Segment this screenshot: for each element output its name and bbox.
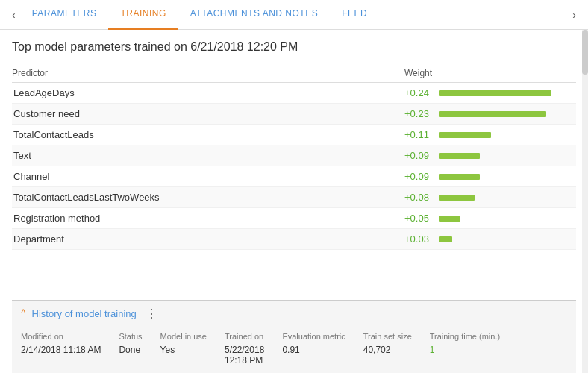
tab-training[interactable]: TRAINING (108, 0, 178, 30)
weight-cell: +0.08 (404, 192, 576, 203)
table-row: Text +0.09 (12, 145, 576, 166)
history-toggle-icon[interactable]: ^ (21, 307, 26, 319)
main-content: Top model parameters trained on 6/21/201… (0, 30, 588, 373)
col-header-weight: Weight (404, 68, 576, 78)
weight-bar-bg (439, 90, 576, 96)
history-col-value: 0.91 (282, 345, 345, 355)
weight-value: +0.09 (404, 171, 433, 182)
table-row: Registration method +0.05 (12, 208, 576, 229)
history-col-value: 2/14/2018 11:18 AM (21, 345, 101, 355)
table-row: Customer need +0.23 (12, 104, 576, 125)
col-header-predictor: Predictor (12, 68, 404, 78)
model-table: Predictor Weight LeadAgeDays +0.24 Custo… (12, 64, 576, 300)
history-column: Trained on 5/22/201812:18 PM (225, 331, 264, 366)
history-col-header: Modified on (21, 331, 101, 342)
history-col-header: Evaluation metric (282, 331, 345, 342)
history-col-header: Status (119, 331, 142, 342)
weight-bar (439, 174, 480, 180)
weight-value: +0.09 (404, 150, 433, 161)
history-column: Modified on 2/14/2018 11:18 AM (21, 331, 101, 366)
history-column: Status Done (119, 331, 142, 366)
predictor-cell: Channel (12, 171, 404, 182)
weight-bar (439, 132, 491, 138)
predictor-cell: TotalContactLeads (12, 129, 404, 140)
page-title: Top model parameters trained on 6/21/201… (12, 40, 576, 54)
table-row: Channel +0.09 (12, 166, 576, 187)
weight-bar-bg (439, 153, 576, 159)
history-menu-icon[interactable]: ⋮ (146, 307, 157, 321)
predictor-cell: Registration method (12, 213, 404, 224)
weight-bar (439, 216, 460, 222)
weight-bar (439, 195, 475, 201)
weight-bar (439, 111, 546, 117)
tab-parameters[interactable]: PARAMETERS (20, 0, 109, 30)
weight-value: +0.05 (404, 213, 433, 224)
history-col-header: Train set size (363, 331, 412, 342)
weight-value: +0.24 (404, 87, 433, 98)
weight-cell: +0.03 (404, 233, 576, 245)
weight-value: +0.03 (404, 233, 433, 245)
history-section: ^ History of model training ⋮ Modified o… (12, 300, 576, 373)
weight-bar-bg (439, 132, 576, 138)
weight-bar (439, 153, 480, 159)
history-column: Evaluation metric 0.91 (282, 331, 345, 366)
table-header: Predictor Weight (12, 64, 576, 83)
history-column: Train set size 40,702 (363, 331, 412, 366)
history-col-value: Done (119, 345, 142, 355)
weight-cell: +0.09 (404, 150, 576, 161)
history-col-value: 1 (430, 345, 500, 355)
scrollbar-track[interactable] (582, 30, 588, 373)
tab-attachments[interactable]: ATTACHMENTS AND NOTES (178, 0, 330, 30)
table-row: LeadAgeDays +0.24 (12, 83, 576, 104)
weight-cell: +0.24 (404, 87, 576, 98)
predictor-cell: TotalContactLeadsLastTwoWeeks (12, 192, 404, 203)
tab-feed[interactable]: FEED (330, 0, 379, 30)
history-header[interactable]: ^ History of model training ⋮ (12, 301, 576, 327)
weight-value: +0.08 (404, 192, 433, 203)
history-table: Modified on 2/14/2018 11:18 AM Status Do… (12, 327, 576, 373)
weight-value: +0.11 (404, 129, 433, 140)
history-col-value: 40,702 (363, 345, 412, 355)
weight-bar-bg (439, 216, 576, 222)
history-col-header: Training time (min.) (430, 331, 500, 342)
weight-bar-bg (439, 111, 576, 117)
history-col-header: Model in use (160, 331, 207, 342)
weight-bar (439, 90, 551, 96)
tab-bar: ‹ PARAMETERS TRAINING ATTACHMENTS AND NO… (0, 0, 588, 30)
weight-bar (439, 236, 452, 242)
predictor-cell: LeadAgeDays (12, 87, 404, 98)
weight-bar-bg (439, 236, 576, 242)
history-col-value: Yes (160, 345, 207, 355)
history-column: Training time (min.) 1 (430, 331, 500, 366)
weight-cell: +0.05 (404, 213, 576, 224)
history-column: Model in use Yes (160, 331, 207, 366)
weight-bar-bg (439, 195, 576, 201)
weight-cell: +0.23 (404, 108, 576, 119)
weight-cell: +0.09 (404, 171, 576, 182)
predictor-cell: Customer need (12, 108, 404, 119)
weight-cell: +0.11 (404, 129, 576, 140)
weight-value: +0.23 (404, 108, 433, 119)
predictor-cell: Text (12, 150, 404, 161)
nav-next-arrow[interactable]: › (568, 9, 581, 21)
table-row: TotalContactLeads +0.11 (12, 125, 576, 145)
table-row: Department +0.03 (12, 229, 576, 250)
history-col-value: 5/22/201812:18 PM (225, 345, 264, 366)
table-rows: LeadAgeDays +0.24 Customer need +0.23 To… (12, 83, 576, 300)
table-row: TotalContactLeadsLastTwoWeeks +0.08 (12, 187, 576, 208)
weight-bar-bg (439, 174, 576, 180)
history-col-header: Trained on (225, 331, 264, 342)
history-title: History of model training (32, 308, 137, 319)
predictor-cell: Department (12, 233, 404, 245)
scrollbar-thumb[interactable] (582, 30, 588, 75)
nav-prev-arrow[interactable]: ‹ (7, 9, 20, 21)
